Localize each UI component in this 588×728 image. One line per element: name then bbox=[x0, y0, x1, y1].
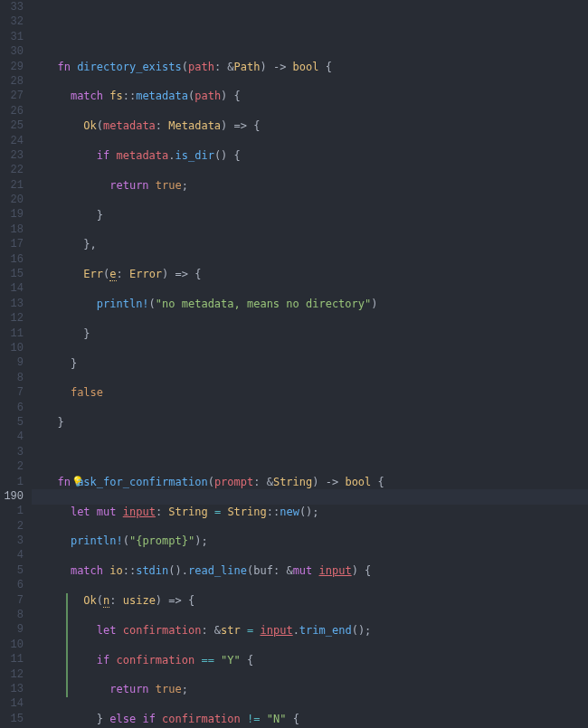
line-number: 8 bbox=[0, 608, 24, 622]
line-number: 17 bbox=[0, 237, 24, 251]
line-number: 1 bbox=[0, 475, 24, 489]
line-number: 190 bbox=[0, 489, 24, 504]
line-number: 19 bbox=[0, 207, 24, 222]
line-number: 20 bbox=[0, 193, 24, 207]
line-number: 15 bbox=[0, 712, 24, 726]
line-number: 3 bbox=[0, 534, 24, 548]
line-number: 18 bbox=[0, 222, 24, 237]
line-number: 4 bbox=[0, 430, 24, 444]
code-editor[interactable]: 3332313029282726252423222120191817161514… bbox=[0, 0, 588, 728]
line-number: 5 bbox=[0, 415, 24, 430]
line-number: 9 bbox=[0, 355, 24, 370]
line-number: 13 bbox=[0, 297, 24, 311]
line-number: 31 bbox=[0, 30, 24, 44]
line-number: 29 bbox=[0, 60, 24, 74]
line-number: 30 bbox=[0, 44, 24, 59]
code-content[interactable]: fn directory_exists(path: &Path) -> bool… bbox=[44, 60, 588, 728]
line-number: 3 bbox=[0, 445, 24, 459]
line-number: 22 bbox=[0, 163, 24, 177]
line-number: 12 bbox=[0, 311, 24, 326]
line-number: 4 bbox=[0, 548, 24, 563]
line-number: 8 bbox=[0, 371, 24, 385]
line-number: 27 bbox=[0, 89, 24, 103]
line-number: 10 bbox=[0, 341, 24, 355]
line-number: 32 bbox=[0, 14, 24, 29]
line-number: 11 bbox=[0, 652, 24, 667]
line-number-gutter: 3332313029282726252423222120191817161514… bbox=[0, 0, 32, 728]
line-number: 14 bbox=[0, 696, 24, 711]
line-number: 9 bbox=[0, 622, 24, 637]
line-number: 6 bbox=[0, 401, 24, 415]
line-number: 7 bbox=[0, 593, 24, 608]
line-number: 16 bbox=[0, 252, 24, 267]
line-number: 15 bbox=[0, 267, 24, 281]
line-number: 25 bbox=[0, 118, 24, 133]
line-number: 28 bbox=[0, 74, 24, 89]
line-number: 5 bbox=[0, 563, 24, 578]
code-area[interactable]: 💡 fn directory_exists(path: &Path) -> bo… bbox=[32, 0, 588, 728]
line-number: 10 bbox=[0, 638, 24, 652]
line-number: 2 bbox=[0, 459, 24, 474]
line-number: 26 bbox=[0, 104, 24, 118]
line-number: 14 bbox=[0, 281, 24, 296]
line-number: 24 bbox=[0, 134, 24, 148]
line-number: 6 bbox=[0, 578, 24, 592]
line-number: 7 bbox=[0, 385, 24, 400]
line-number: 21 bbox=[0, 178, 24, 193]
line-number: 12 bbox=[0, 667, 24, 682]
line-number: 2 bbox=[0, 519, 24, 534]
line-number: 33 bbox=[0, 0, 24, 14]
line-number: 13 bbox=[0, 682, 24, 696]
line-number: 11 bbox=[0, 326, 24, 341]
line-number: 1 bbox=[0, 504, 24, 518]
line-number: 23 bbox=[0, 148, 24, 163]
